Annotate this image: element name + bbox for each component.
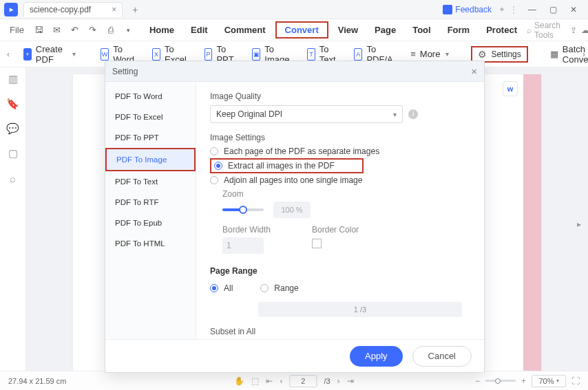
page-range-range[interactable]: Range — [260, 283, 298, 293]
menu-convert[interactable]: Convert — [275, 21, 328, 39]
bookmark-icon[interactable]: 🔖 — [7, 98, 19, 110]
attachments-icon[interactable]: ▢ — [7, 147, 19, 160]
sidebar-item-epub[interactable]: PDF To Epub — [105, 213, 196, 233]
dialog-content: Image Quality Keep Original DPI ▾ i Imag… — [196, 82, 484, 339]
dialog-close-icon[interactable]: × — [471, 65, 477, 77]
chevron-down-icon[interactable]: ▾ — [122, 23, 136, 37]
image-quality-value: Keep Original DPI — [216, 109, 282, 119]
create-pdf-button[interactable]: + Create PDF ▾ — [21, 41, 78, 67]
sidebar-item-ppt[interactable]: PDF To PPT — [105, 127, 196, 148]
select-tool-icon[interactable]: ⬚ — [251, 376, 259, 386]
option-adjoin[interactable]: Adjoin all pages into one single image — [210, 175, 470, 185]
sidebar-item-word[interactable]: PDF To Word — [105, 86, 196, 107]
gear-icon: ⚙ — [478, 49, 487, 60]
radio-icon — [210, 176, 218, 184]
page-range-all[interactable]: All — [210, 283, 233, 293]
zoom-label: Zoom — [222, 189, 470, 199]
fit-page-icon[interactable]: ⛶ — [571, 376, 580, 386]
settings-button[interactable]: ⚙ Settings — [471, 46, 527, 63]
menu-form[interactable]: Form — [441, 22, 477, 38]
last-page-icon[interactable]: ⇥ — [347, 376, 354, 386]
zoom-out-icon[interactable]: − — [475, 376, 480, 386]
border-width-input[interactable]: 1 — [222, 237, 264, 254]
sidebar-item-excel[interactable]: PDF To Excel — [105, 107, 196, 127]
ribbon-scroll-right[interactable]: › — [582, 49, 585, 59]
menu-bar: File 🖫 ✉ ↶ ↷ ⎙ ▾ Home Edit Comment Conve… — [0, 19, 588, 41]
share-icon[interactable]: ⇪ — [570, 25, 577, 35]
info-icon[interactable]: i — [408, 109, 418, 119]
border-color-swatch[interactable] — [312, 239, 322, 248]
zoom-value-input[interactable]: 100 % — [273, 202, 311, 218]
first-page-icon[interactable]: ⇤ — [266, 376, 273, 386]
radio-checked-icon — [214, 162, 222, 170]
dialog-footer: Apply Cancel — [105, 339, 484, 372]
comment-panel-icon[interactable]: 💬 — [7, 122, 19, 135]
zoom-slider[interactable] — [222, 208, 264, 211]
sidebar-item-text[interactable]: PDF To Text — [105, 171, 196, 192]
sparkle-icon[interactable]: ✦ — [498, 5, 505, 14]
option-extract-highlight: Extract all images in the PDF — [210, 158, 364, 173]
mail-icon[interactable]: ✉ — [50, 23, 64, 37]
minimize-button[interactable]: — — [522, 0, 543, 19]
save-icon[interactable]: 🖫 — [32, 23, 46, 37]
settings-label: Settings — [491, 50, 521, 59]
sidebar-item-html[interactable]: PDF To HTML — [105, 233, 196, 254]
menu-dots-icon[interactable]: ⋮ — [510, 5, 518, 14]
search-tools[interactable]: ⌕ Search Tools — [527, 21, 560, 40]
page-number-input[interactable]: 2 — [289, 375, 317, 387]
redo-icon[interactable]: ↷ — [86, 23, 100, 37]
file-menu[interactable]: File — [10, 25, 24, 35]
image-quality-select[interactable]: Keep Original DPI ▾ — [210, 105, 403, 123]
zoom-slider-status[interactable] — [485, 380, 516, 382]
tab-title: science-copy.pdf — [30, 5, 91, 14]
text-icon: T — [307, 48, 315, 61]
border-color-label: Border Color — [312, 225, 359, 235]
menu-edit[interactable]: Edit — [184, 22, 215, 38]
maximize-button[interactable]: ▢ — [543, 0, 563, 19]
ribbon-scroll-left[interactable]: ‹ — [7, 50, 10, 59]
more-icon: ≡ — [410, 49, 416, 59]
print-icon[interactable]: ⎙ — [104, 23, 118, 37]
new-tab-button[interactable]: + — [132, 4, 138, 15]
status-bar: 27.94 x 21.59 cm ✋ ⬚ ⇤ ‹ 2 /3 › ⇥ − + 70… — [0, 371, 588, 390]
next-page-icon[interactable]: › — [337, 376, 340, 386]
close-tab-icon[interactable]: × — [112, 5, 116, 14]
option-extract[interactable]: Extract all images in the PDF — [214, 161, 335, 171]
image-quality-label: Image Quality — [210, 91, 470, 101]
close-window-button[interactable]: ✕ — [563, 0, 584, 19]
zoom-value-box[interactable]: 70%▾ — [532, 375, 566, 387]
doc-next-icon[interactable]: ▸ — [574, 219, 584, 229]
menu-comment[interactable]: Comment — [218, 22, 273, 38]
option-each-page[interactable]: Each page of the PDF as separate images — [210, 147, 470, 156]
search-panel-icon[interactable]: ⌕ — [7, 172, 19, 184]
prev-page-icon[interactable]: ‹ — [280, 376, 282, 386]
dropdown-icon: ▾ — [72, 50, 76, 58]
range-input[interactable]: 1 /3 — [258, 302, 462, 317]
thumbnails-icon[interactable]: ▥ — [7, 73, 19, 85]
dialog-title: Setting — [112, 67, 138, 76]
document-tab[interactable]: science-copy.pdf × — [23, 2, 123, 17]
radio-checked-icon — [210, 284, 218, 292]
apply-button[interactable]: Apply — [350, 346, 403, 367]
word-badge-icon[interactable]: w — [503, 81, 518, 96]
radio-icon — [260, 284, 269, 292]
option-adjoin-label: Adjoin all pages into one single image — [224, 175, 362, 185]
sidebar-item-rtf[interactable]: PDF To RTF — [105, 192, 196, 213]
menu-view[interactable]: View — [331, 22, 365, 38]
batch-icon: ▦ — [550, 49, 558, 59]
cloud-icon[interactable]: ☁ — [581, 25, 588, 35]
page-total: /3 — [324, 377, 330, 385]
cancel-button[interactable]: Cancel — [412, 346, 472, 367]
hand-tool-icon[interactable]: ✋ — [234, 376, 244, 386]
slider-thumb[interactable] — [239, 206, 247, 214]
zoom-in-icon[interactable]: + — [521, 376, 526, 386]
menu-home[interactable]: Home — [143, 22, 181, 38]
dialog-header: Setting × — [105, 61, 484, 82]
feedback-button[interactable]: Feedback — [443, 5, 492, 14]
undo-icon[interactable]: ↶ — [68, 23, 82, 37]
sidebar-item-image[interactable]: PDF To Image — [105, 148, 196, 171]
menu-tool[interactable]: Tool — [406, 22, 437, 38]
menu-protect[interactable]: Protect — [479, 22, 524, 38]
menu-page[interactable]: Page — [368, 22, 403, 38]
more-button[interactable]: ≡More▾ — [408, 46, 452, 62]
